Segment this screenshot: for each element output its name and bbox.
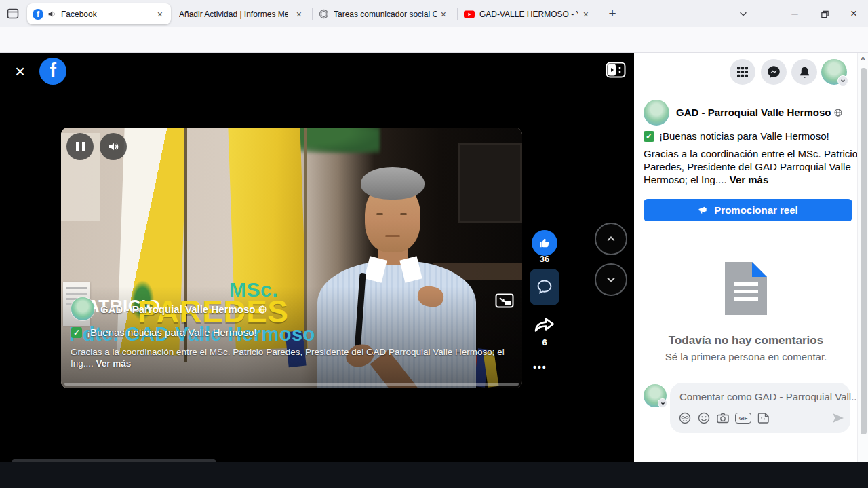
window-minimize-button[interactable]: – <box>780 0 810 27</box>
overlay-page-name: GAD - Parroquial Valle Hermoso <box>100 303 255 315</box>
tab-facebook[interactable]: f Facebook × <box>27 3 171 24</box>
more-options-icon[interactable]: ••• <box>533 362 547 373</box>
page-name: GAD - Parroquial Valle Hermoso <box>676 107 831 118</box>
no-comments-subtitle: Sé la primera persona en comentar. <box>634 351 858 362</box>
see-more-link[interactable]: Ver más <box>96 358 132 369</box>
tab-audio-icon[interactable] <box>47 10 56 18</box>
description-line: Gracias a la coordinación entre el MSc. … <box>644 148 858 159</box>
description-line: Paredes, Presidente del GAD Parroquial V… <box>644 161 851 172</box>
thumbs-up-icon <box>538 236 551 250</box>
account-chevron-badge <box>837 75 848 86</box>
tab-close-icon[interactable]: × <box>438 10 449 19</box>
see-more-link[interactable]: Ver más <box>730 174 769 185</box>
page-name-row[interactable]: GAD - Parroquial Valle Hermoso <box>676 107 842 118</box>
reel-sidebar: GAD - Parroquial Valle Hermoso ✓ ¡Buenas… <box>634 53 868 462</box>
comments-button[interactable] <box>530 269 559 305</box>
list-tabs-chevron-icon[interactable] <box>728 0 758 27</box>
apps-menu-button[interactable] <box>730 59 755 85</box>
overlay-page-name-row[interactable]: GAD - Parroquial Valle Hermoso <box>100 303 267 315</box>
apps-grid-icon <box>736 66 749 78</box>
overlay-description-line2: Ing.... <box>71 358 96 369</box>
tab-title: Facebook <box>61 10 97 19</box>
composer-avatar-chevron <box>658 398 667 408</box>
desktop: f Facebook × Añadir Actividad | Informes… <box>0 0 868 488</box>
share-arrow-icon <box>533 315 556 335</box>
close-reel-icon[interactable]: × <box>15 62 25 80</box>
tab-youtube[interactable]: GAD-VALLE HERMOSO - YouTu × <box>458 3 597 24</box>
description-line: Hermoso; el Ing.... <box>644 174 730 185</box>
scrollbar-thumb[interactable] <box>861 68 867 434</box>
gif-icon[interactable]: GIF <box>735 413 751 424</box>
description-text: Gracias a la coordinación entre el MSc. … <box>644 147 858 186</box>
headline-row: ✓ ¡Buenas noticias para Valle Hermoso! <box>644 130 829 142</box>
next-reel-button[interactable] <box>595 263 627 296</box>
frame <box>458 143 522 223</box>
avatar-sticker-icon[interactable] <box>678 411 692 425</box>
empty-comments-icon <box>725 262 767 315</box>
picture-in-picture-icon[interactable] <box>495 293 514 309</box>
pause-button[interactable] <box>66 133 94 160</box>
notifications-button[interactable] <box>791 59 817 85</box>
share-button[interactable] <box>533 315 556 335</box>
windows-taskbar: Buscar <box>0 462 868 488</box>
new-tab-button[interactable]: + <box>604 5 621 22</box>
comment-bubble-icon <box>536 278 553 296</box>
window-close-button[interactable]: × <box>840 0 868 27</box>
share-count: 6 <box>524 337 565 348</box>
comment-composer[interactable]: Comentar como GAD - Parroquial Vall... G… <box>670 383 850 433</box>
tab-title: Añadir Actividad | Informes Mensua <box>179 10 288 19</box>
volume-button[interactable] <box>100 133 127 160</box>
emoji-smile-icon[interactable] <box>697 411 711 425</box>
tab-tareas[interactable]: Tareas comunicador social GAD × <box>313 3 454 24</box>
composer-avatar[interactable] <box>644 384 667 407</box>
overlay-description-line1: Gracias a la coordinación entre el MSc. … <box>71 347 505 357</box>
scrollbar-up-arrow[interactable]: ^ <box>858 56 868 64</box>
chatgpt-favicon <box>319 9 329 19</box>
divider <box>644 233 852 233</box>
collapse-panel-icon[interactable] <box>606 62 626 78</box>
like-button[interactable] <box>532 230 557 256</box>
tab-close-icon[interactable]: × <box>294 10 304 19</box>
youtube-favicon <box>464 10 475 19</box>
firefox-view-icon[interactable] <box>6 7 20 20</box>
overlay-description: Gracias a la coordinación entre el MSc. … <box>71 346 515 369</box>
page-avatar[interactable] <box>644 100 669 126</box>
send-comment-icon[interactable] <box>831 411 845 425</box>
megaphone-icon <box>698 205 709 216</box>
headline-text: ¡Buenas noticias para Valle Hermoso! <box>659 130 829 142</box>
man-hair <box>361 167 425 200</box>
camera-icon[interactable] <box>716 411 730 425</box>
sidebar-scrollbar[interactable]: ^ <box>857 53 868 462</box>
tab-separator <box>312 8 313 20</box>
tab-separator <box>174 8 174 20</box>
messenger-icon <box>767 65 781 79</box>
facebook-logo[interactable]: f <box>39 58 66 85</box>
tab-title: GAD-VALLE HERMOSO - YouTu <box>479 10 578 19</box>
account-avatar-button[interactable] <box>821 59 847 85</box>
tab-close-icon[interactable]: × <box>155 10 165 19</box>
video-progress-track[interactable] <box>64 383 519 386</box>
window-restore-button[interactable] <box>810 0 840 27</box>
composer-icon-row: GIF <box>678 411 770 425</box>
browser-toolbar: ← → www.facebook.com/reel/13362441347159… <box>0 27 868 53</box>
tab-title: Tareas comunicador social GAD <box>334 10 437 19</box>
messenger-button[interactable] <box>761 59 787 85</box>
tab-close-icon[interactable]: × <box>580 10 591 19</box>
overlay-headline: ¡Buenas noticias para Valle Hermoso! <box>87 326 257 338</box>
check-emoji: ✓ <box>71 327 82 338</box>
promote-reel-button[interactable]: Promocionar reel <box>644 199 852 221</box>
previous-reel-button[interactable] <box>595 223 627 255</box>
comment-placeholder[interactable]: Comentar como GAD - Parroquial Vall... <box>679 391 860 402</box>
sticker-icon[interactable] <box>757 411 770 425</box>
like-count: 36 <box>524 254 565 264</box>
browser-tab-bar: f Facebook × Añadir Actividad | Informes… <box>0 0 868 27</box>
promote-label: Promocionar reel <box>714 204 797 216</box>
overlay-headline-row: ✓ ¡Buenas noticias para Valle Hermoso! <box>71 326 257 338</box>
no-comments-title: Todavía no hay comentarios <box>634 334 858 348</box>
check-emoji: ✓ <box>644 131 654 142</box>
reel-video[interactable]: MSc. PATRICIO PAREDES Pdte. GAD Valle He… <box>61 128 522 388</box>
tab-informes[interactable]: Añadir Actividad | Informes Mensua × <box>175 3 309 24</box>
facebook-favicon: f <box>33 9 43 20</box>
overlay-page-avatar[interactable] <box>71 297 94 320</box>
reel-viewer: × f <box>0 53 634 462</box>
